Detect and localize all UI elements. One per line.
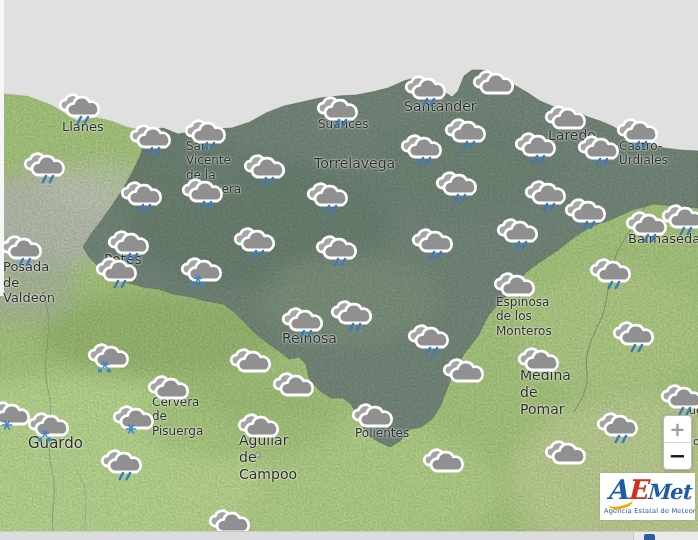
map-zoom-control: + − xyxy=(663,415,692,470)
weather-map-page: LlanesSanVicentede laBarqueraSuancesSant… xyxy=(0,0,698,540)
place-label-suances: Suances xyxy=(318,117,368,131)
place-label-posada-de-valdeon: PosadadeValdeón xyxy=(3,259,55,306)
place-label-torrelavega: Torrelavega xyxy=(314,155,395,172)
place-label-reinosa: Reinosa xyxy=(282,330,337,347)
aemet-logo-subtitle: Agencia Estatal de Meteorología xyxy=(604,507,695,515)
cutoff-page-element xyxy=(644,534,655,540)
place-label-potes: Potes xyxy=(104,251,142,268)
aemet-logo[interactable]: AEMet Agencia Estatal de Meteorología xyxy=(600,473,695,520)
aemet-logo-letters-met: Met xyxy=(647,479,690,504)
page-background-strip xyxy=(0,531,698,540)
weather-map[interactable]: LlanesSanVicentede laBarqueraSuancesSant… xyxy=(0,0,698,531)
zoom-out-button[interactable]: − xyxy=(664,443,691,469)
place-label-laredo: Laredo xyxy=(548,127,596,144)
place-label-medina-de-pomar: MedinadePomar xyxy=(520,367,571,417)
place-label-castro-urdiales: Castro-Urdiales xyxy=(619,139,668,168)
zoom-in-button[interactable]: + xyxy=(664,416,691,443)
place-label-san-vicente-de-la-barquera: SanVicentede laBarquera xyxy=(186,139,241,197)
place-label-cervera-de-pisuerga: CerveradePisuerga xyxy=(152,395,203,438)
place-label-llanes: Llanes xyxy=(62,119,104,135)
place-label-balmaseda: Balmaseda xyxy=(628,231,698,247)
place-label-espinosa-de-los-monteros: Espinosade losMonteros xyxy=(496,295,552,338)
place-label-santander: Santander xyxy=(404,98,477,115)
page-background-strip-right xyxy=(633,532,698,540)
place-label-guardo: Guardo xyxy=(28,434,83,452)
place-label-aguilar-de-campoo: AguilardeCampoo xyxy=(239,432,297,482)
place-label-polientes: Polientes xyxy=(355,426,409,440)
page-edge-strip xyxy=(0,0,4,296)
